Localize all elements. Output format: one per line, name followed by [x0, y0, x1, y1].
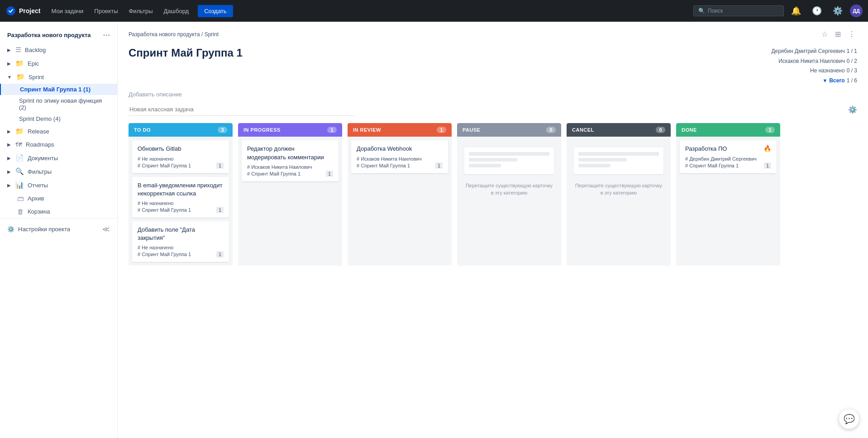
column-label-pause: PAUSE [463, 127, 481, 133]
add-task-input[interactable] [129, 103, 355, 116]
sidebar-item-filters[interactable]: ▶ 🔍 Фильтры [0, 165, 117, 178]
card-title-todo-1: В email-уведомлении приходит некорректна… [138, 181, 224, 198]
sidebar-item-trash[interactable]: 🗑 Корзина [0, 205, 117, 218]
column-label-cancel: CANCEL [572, 127, 594, 133]
column-todo: TO DO 3 Обновить Gitlab # Не назначено #… [129, 123, 233, 266]
topnav: Project Мои задачи Проекты Фильтры Дашбо… [0, 0, 868, 22]
main-content: Разработка нового продукта / Sprint ☆ ⊞ … [118, 22, 868, 438]
documents-icon: 📄 [15, 154, 24, 162]
card-inprogress-0[interactable]: Редактор должен модерировать комментарии… [242, 140, 339, 181]
description-area[interactable]: Добавить описание [118, 89, 868, 103]
card-todo-2[interactable]: Добавить поле "Дата закрытия" # Не назна… [132, 221, 229, 262]
column-done: DONE 1 Разработка ПО 🔥 # Дерябин Дмитрий… [676, 123, 780, 266]
column-header-done: DONE 1 [676, 123, 780, 137]
sprint-stats: Дерябин Дмитрий Сергеевич 1 / 1 Искаков … [771, 47, 857, 86]
breadcrumb: Разработка нового продукта / Sprint ☆ ⊞ … [118, 22, 868, 39]
chevron-right-icon: ▶ [7, 48, 11, 52]
sidebar-settings-item[interactable]: ⚙️ Настройки проекта ≪ [7, 222, 110, 236]
stat-label-2: Не назначено [810, 66, 845, 76]
breadcrumb-section: Sprint [205, 31, 219, 38]
sidebar-sub-item-sprint-epic[interactable]: Sprint по эпику новая функция (2) [0, 95, 117, 113]
column-inprogress: IN PROGRESS 1 Редактор должен модерирова… [238, 123, 342, 266]
sidebar-item-reports[interactable]: ▶ 📊 Отчеты [0, 178, 117, 192]
column-count-cancel: 0 [656, 127, 665, 133]
board-settings-icon[interactable]: ⚙️ [848, 105, 857, 114]
epic-icon: 📁 [15, 59, 24, 67]
sidebar-item-roadmaps[interactable]: ▶ 🗺 Roadmaps [0, 138, 117, 151]
page-header: Спринт Май Группа 1 Дерябин Дмитрий Серг… [118, 39, 868, 89]
breadcrumb-project-link[interactable]: Разработка нового продукта [129, 31, 200, 38]
backlog-icon: ☰ [15, 46, 21, 54]
card-tag-inprogress-0: # Искаков Никита Наилович [247, 164, 333, 170]
history-icon[interactable]: 🕐 [808, 4, 825, 18]
column-count-inprogress: 1 [327, 127, 337, 133]
stat-value-total: 1 / 6 [847, 76, 857, 86]
column-label-inprogress: IN PROGRESS [243, 127, 281, 133]
column-cancel: CANCEL 0 Перетащите существующую карточк… [567, 123, 671, 266]
reports-icon: 📊 [15, 181, 24, 189]
sidebar: Разработка нового продукта ⋯ ▶ ☰ Backlog… [0, 22, 118, 438]
sidebar-item-archive[interactable]: 🗃 Архив [0, 192, 117, 205]
card-todo-1[interactable]: В email-уведомлении приходит некорректна… [132, 177, 229, 218]
search-icon: 🔍 [698, 8, 705, 14]
sidebar-sub-item-sprint-may-1[interactable]: Спринт Май Группа 1 (1) [0, 84, 117, 95]
chevron-right-icon: ▶ [7, 129, 11, 134]
sidebar-item-documents[interactable]: ▶ 📄 Документы [0, 151, 117, 165]
card-todo-0[interactable]: Обновить Gitlab # Не назначено # Спринт … [132, 140, 229, 173]
card-done-0[interactable]: Разработка ПО 🔥 # Дерябин Дмитрий Сергее… [680, 140, 777, 173]
nav-my-tasks[interactable]: Мои задачи [48, 6, 87, 16]
stat-value-1: 0 / 2 [847, 57, 857, 67]
sidebar-item-release[interactable]: ▶ 📁 Release [0, 124, 117, 138]
project-options-icon[interactable]: ⋯ [103, 31, 110, 39]
sidebar-item-epic[interactable]: ▶ 📁 Epic [0, 57, 117, 70]
star-icon[interactable]: ☆ [820, 29, 830, 39]
search-placeholder: Поиск [708, 8, 723, 14]
column-count-pause: 0 [546, 127, 556, 133]
column-inreview: IN REVIEW 1 Доработка Webhook # Искаков … [348, 123, 452, 266]
card-sprint-todo-1: # Спринт Май Группа 1 1 [138, 207, 224, 213]
card-title-done-0: Разработка ПО [685, 145, 727, 153]
column-pause: PAUSE 0 Перетащите существующую карточку… [457, 123, 561, 266]
filter-icon: ▼ [823, 76, 828, 86]
nav-filters[interactable]: Фильтры [125, 6, 156, 16]
settings-icon[interactable]: ⚙️ [829, 4, 846, 18]
stat-value-0: 1 / 1 [847, 47, 857, 57]
chevron-right-icon: ▶ [7, 61, 11, 66]
stat-label-1: Искаков Никита Наилович [778, 57, 844, 67]
nav-dashboard[interactable]: Дашборд [160, 6, 193, 16]
column-header-pause: PAUSE 0 [457, 123, 561, 137]
chat-button[interactable]: 💬 [839, 409, 859, 429]
card-tag-todo-2: # Не назначено [138, 245, 224, 250]
column-header-cancel: CANCEL 0 [567, 123, 671, 137]
display-settings-icon[interactable]: ⊞ [833, 29, 843, 39]
stat-row-1: Искаков Никита Наилович 0 / 2 [771, 57, 857, 67]
card-sprint-inprogress-0: # Спринт Май Группа 1 1 [247, 171, 333, 177]
create-button[interactable]: Создать [198, 5, 233, 17]
chevron-right-icon: ▶ [7, 169, 11, 174]
search-box[interactable]: 🔍 Поиск [693, 5, 784, 16]
card-tag-done-0: # Дерябин Дмитрий Сергеевич [685, 156, 771, 162]
sidebar-collapse-icon[interactable]: ≪ [102, 225, 110, 233]
add-task-area: ⚙️ [118, 103, 868, 123]
column-body-done: Разработка ПО 🔥 # Дерябин Дмитрий Сергее… [676, 137, 780, 176]
sidebar-item-backlog[interactable]: ▶ ☰ Backlog [0, 43, 117, 57]
card-title-inprogress-0: Редактор должен модерировать комментарии [247, 145, 333, 161]
card-inreview-0[interactable]: Доработка Webhook # Искаков Никита Наило… [351, 140, 448, 173]
sidebar-sub-item-sprint-demo[interactable]: Sprint Demo (4) [0, 113, 117, 124]
sidebar-item-sprint[interactable]: ▼ 📁 Sprint [0, 70, 117, 84]
column-label-done: DONE [682, 127, 697, 133]
stat-label-total: Всего [829, 76, 844, 86]
roadmaps-icon: 🗺 [15, 141, 22, 148]
user-avatar[interactable]: ДД [850, 5, 863, 17]
notifications-icon[interactable]: 🔔 [787, 4, 805, 18]
column-count-todo: 3 [218, 127, 227, 133]
card-tag-inreview-0: # Искаков Никита Наилович [357, 156, 443, 162]
more-options-icon[interactable]: ⋮ [846, 29, 857, 39]
empty-text-pause: Перетащите существующую карточку в эту к… [464, 182, 554, 196]
app-name: Project [19, 7, 40, 14]
column-empty-pause: Перетащите существующую карточку в эту к… [461, 140, 558, 204]
app-logo[interactable]: Project [5, 5, 40, 16]
stat-row-2: Не назначено 0 / 3 [771, 66, 857, 76]
nav-projects[interactable]: Проекты [91, 6, 121, 16]
board: TO DO 3 Обновить Gitlab # Не назначено #… [118, 123, 868, 276]
